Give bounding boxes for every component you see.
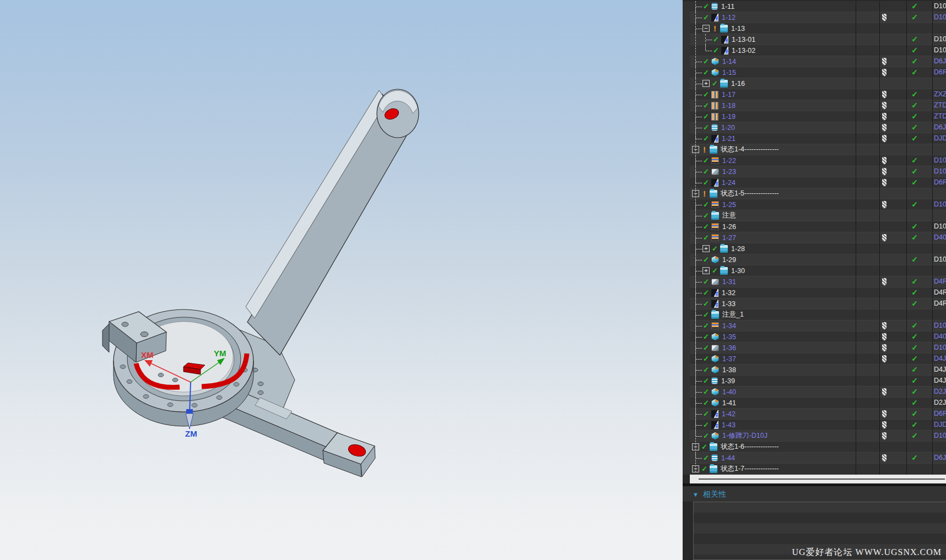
collapse-triangle-icon[interactable]: ▼ xyxy=(693,487,699,502)
collapse-toggle[interactable]: − xyxy=(692,146,699,153)
dependencies-list[interactable]: UG爱好者论坛 WWW.UGSNX.COM xyxy=(693,502,946,560)
tree-row[interactable]: ✓1-12✓D10 xyxy=(690,12,946,23)
watermark-text: UG爱好者论坛 WWW.UGSNX.COM xyxy=(792,547,942,558)
tree-row[interactable]: ✓1-修蹭刀-D10J✓D10 xyxy=(690,431,946,442)
toolpath-ok-icon: ✓ xyxy=(909,254,920,265)
tree-row[interactable]: ✓1-42✓D6R xyxy=(690,409,946,420)
operation-label: 1-20 xyxy=(721,124,735,132)
tree-row[interactable]: +✓1-16 xyxy=(690,78,946,89)
tree-row[interactable]: ✓1-20✓D6J xyxy=(690,122,946,133)
tree-row[interactable]: ✓1-41✓D2J xyxy=(690,398,946,409)
operation-label: 1-41 xyxy=(722,399,736,407)
indent-spacer xyxy=(690,380,695,381)
collapse-toggle[interactable]: − xyxy=(692,443,699,450)
tree-row[interactable]: ✓1-15✓D6R xyxy=(690,67,946,78)
tree-row[interactable]: +✓1-28 xyxy=(690,243,946,254)
tree-connector xyxy=(695,365,702,376)
collapse-toggle[interactable]: − xyxy=(692,190,699,197)
tree-row[interactable]: ✓1-22✓D10 xyxy=(690,155,946,166)
tree-row[interactable]: ✓1-33✓D4R xyxy=(690,298,946,309)
toolpath-ok-icon: ✓ xyxy=(909,409,920,419)
operation-label: 1-29 xyxy=(722,256,736,264)
planar-mill-icon xyxy=(711,322,719,329)
tree-row[interactable]: ✓1-13-01✓D10 xyxy=(690,34,946,45)
expand-toggle[interactable]: + xyxy=(702,80,710,87)
web-hole xyxy=(258,391,263,395)
tree-row[interactable]: ✓1-37✓D4J xyxy=(690,354,946,365)
operation-label: 1-37 xyxy=(722,355,736,363)
tree-connector xyxy=(695,387,702,398)
dependencies-header[interactable]: ▼相关性 xyxy=(683,486,946,502)
status-complete-icon: ✓ xyxy=(702,278,710,286)
horizontal-scrollbar[interactable] xyxy=(690,475,946,483)
tree-row[interactable]: ✓1-35✓D40 xyxy=(690,331,946,342)
tree-row[interactable]: ✓注意 xyxy=(690,210,946,221)
tree-connector xyxy=(695,276,702,287)
tree-row[interactable]: ✓1-23✓D10 xyxy=(690,166,946,177)
tree-row[interactable]: ✓1-26✓D10 xyxy=(690,221,946,232)
tree-row[interactable]: −!状态1-4--------------- xyxy=(690,144,946,155)
tool-name: D10 xyxy=(934,166,946,177)
drill-icon xyxy=(711,14,718,21)
operation-label: 注意_1 xyxy=(722,310,744,319)
cavity-mill-icon xyxy=(711,399,719,406)
tool-name: D4R xyxy=(934,298,946,309)
tree-row[interactable]: ✓1-14✓D6J xyxy=(690,56,946,67)
expand-toggle[interactable]: + xyxy=(702,245,710,252)
tree-row[interactable]: −✓状态1-6--------------- xyxy=(690,442,946,453)
tree-row[interactable]: +✓1-30 xyxy=(690,265,946,276)
tree-row[interactable]: ✓1-17✓ZXZ xyxy=(690,89,946,100)
tree-row[interactable]: ✓1-25✓D10 xyxy=(690,199,946,210)
status-complete-icon: ✓ xyxy=(712,35,720,44)
tool-name: D6J xyxy=(934,453,946,463)
tree-row[interactable]: ✓1-32✓D4R xyxy=(690,287,946,298)
collapse-toggle[interactable]: − xyxy=(692,465,699,472)
indent-spacer xyxy=(690,226,695,227)
toolpath-ok-icon: ✓ xyxy=(909,45,920,56)
tree-row[interactable]: ✓注意_1 xyxy=(690,309,946,320)
clamp-block-wedge xyxy=(102,324,109,352)
tree-row[interactable]: ✓1-36✓D10 xyxy=(690,342,946,354)
tree-row[interactable]: ✓1-34✓D10 xyxy=(690,320,946,331)
tool-change-icon xyxy=(882,58,886,66)
tree-connector xyxy=(695,221,702,232)
indent-spacer xyxy=(690,72,695,73)
tree-row[interactable]: ✓1-24✓D6R xyxy=(690,177,946,188)
tree-row[interactable]: ✓1-40✓D2J xyxy=(690,387,946,398)
tree-row[interactable]: ✓1-11✓D10 xyxy=(690,1,946,12)
upper-arm xyxy=(247,94,408,355)
cavity-mill-icon xyxy=(711,366,719,373)
tree-row[interactable]: ✓1-18✓ZTD xyxy=(690,100,946,111)
tree-row[interactable]: ✓1-39✓D4J xyxy=(690,376,946,387)
status-complete-icon: ✓ xyxy=(702,432,710,440)
tree-row[interactable]: ✓1-31✓D4R xyxy=(690,276,946,287)
toolpath-ok-icon: ✓ xyxy=(909,221,920,232)
toolpath-ok-icon: ✓ xyxy=(909,56,920,67)
tree-row[interactable]: −!状态1-5--------------- xyxy=(690,188,946,199)
tree-row[interactable]: ✓1-44✓D6J xyxy=(690,453,946,464)
tree-row[interactable]: ✓1-27✓D40 xyxy=(690,232,946,243)
column-divider xyxy=(856,0,856,475)
operation-label: 1-28 xyxy=(731,245,745,253)
collapse-toggle[interactable]: − xyxy=(702,25,710,32)
tree-row[interactable]: ✓1-43✓DJD xyxy=(690,420,946,431)
tool-name: D10 xyxy=(934,320,946,331)
tree-row[interactable]: ✓1-21✓DJD xyxy=(690,133,946,144)
tree-row[interactable]: ✓1-19✓ZTD xyxy=(690,111,946,122)
tool-change-icon xyxy=(882,432,886,440)
expand-toggle[interactable]: + xyxy=(702,267,710,274)
tree-row[interactable]: −!1-13 xyxy=(690,23,946,34)
scrollbar-thumb[interactable] xyxy=(699,479,945,480)
indent-spacer xyxy=(690,204,695,205)
tree-row[interactable]: ✓1-38✓D4J xyxy=(690,365,946,376)
tree-row[interactable]: −✓状态1-7--------------- xyxy=(690,464,946,475)
tree-connector xyxy=(695,78,702,89)
status-complete-icon: ✓ xyxy=(702,255,710,264)
tree-row[interactable]: ✓1-13-02✓D10 xyxy=(690,45,946,56)
operation-label: 1-13-01 xyxy=(732,36,755,44)
graphics-viewport[interactable]: XM YM ZM xyxy=(0,0,683,560)
operation-label: 1-13 xyxy=(731,25,745,32)
tree-row[interactable]: ✓1-29✓D10 xyxy=(690,254,946,265)
indent-spacer xyxy=(690,325,695,326)
status-complete-icon: ✓ xyxy=(702,344,710,352)
